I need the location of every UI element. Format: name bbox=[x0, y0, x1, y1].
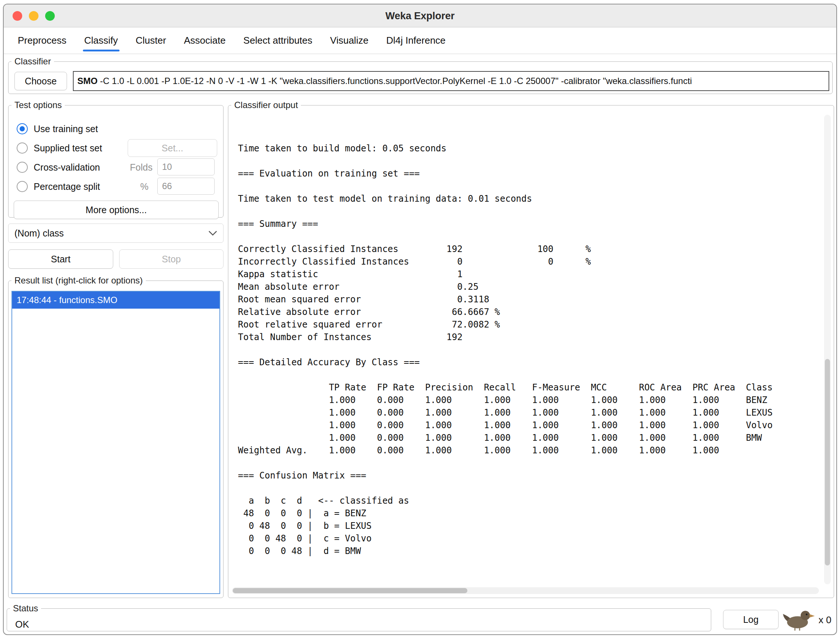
log-button[interactable]: Log bbox=[723, 610, 778, 629]
title-bar: Weka Explorer bbox=[4, 5, 836, 27]
result-listbox[interactable]: 17:48:44 - functions.SMO bbox=[11, 291, 220, 594]
status-group-label: Status bbox=[10, 603, 41, 614]
classifier-output-group-label: Classifier output bbox=[231, 100, 301, 110]
tab-preprocess[interactable]: Preprocess bbox=[9, 27, 76, 54]
folds-input[interactable] bbox=[157, 158, 215, 175]
use-training-set-label: Use training set bbox=[34, 123, 98, 134]
status-text: OK bbox=[15, 619, 29, 630]
vertical-scrollbar bbox=[824, 115, 831, 584]
tab-select-attributes[interactable]: Select attributes bbox=[235, 27, 321, 54]
tab-associate[interactable]: Associate bbox=[175, 27, 235, 54]
classifier-options: -C 1.0 -L 0.001 -P 1.0E-12 -N 0 -V -1 -W… bbox=[98, 76, 692, 86]
use-training-set-row: Use training set bbox=[17, 122, 98, 136]
weka-bird-icon bbox=[782, 608, 816, 631]
tab-cluster[interactable]: Cluster bbox=[127, 27, 175, 54]
chevron-down-icon bbox=[208, 231, 217, 236]
set-test-set-button[interactable]: Set... bbox=[128, 139, 217, 157]
classifier-scheme: SMO bbox=[77, 76, 98, 86]
choose-classifier-button[interactable]: Choose bbox=[14, 72, 67, 90]
percentage-split-radio[interactable] bbox=[17, 181, 28, 192]
start-button[interactable]: Start bbox=[8, 250, 113, 268]
tab-dl4j-inference[interactable]: Dl4j Inference bbox=[377, 27, 455, 54]
classifier-command-field[interactable]: SMO -C 1.0 -L 0.001 -P 1.0E-12 -N 0 -V -… bbox=[73, 71, 829, 91]
classifier-group-label: Classifier bbox=[11, 56, 54, 66]
percentage-split-label: Percentage split bbox=[34, 181, 100, 192]
result-list-group: Result list (right-click for options) 17… bbox=[8, 275, 224, 598]
cross-validation-radio[interactable] bbox=[17, 162, 28, 173]
vertical-scrollbar-thumb[interactable] bbox=[825, 359, 830, 565]
supplied-test-set-row: Supplied test set bbox=[17, 141, 102, 155]
percent-label: % bbox=[140, 181, 148, 192]
horizontal-scrollbar bbox=[232, 587, 819, 594]
stop-button[interactable]: Stop bbox=[119, 250, 224, 268]
tab-visualize[interactable]: Visualize bbox=[321, 27, 377, 54]
result-list-item[interactable]: 17:48:44 - functions.SMO bbox=[12, 292, 219, 309]
horizontal-scrollbar-thumb[interactable] bbox=[233, 588, 467, 593]
class-attribute-combo[interactable]: (Nom) class bbox=[8, 224, 224, 243]
percentage-split-input[interactable] bbox=[157, 178, 215, 195]
test-options-group-label: Test options bbox=[11, 100, 65, 110]
folds-label: Folds bbox=[130, 162, 152, 173]
classifier-group: Classifier Choose SMO -C 1.0 -L 0.001 -P… bbox=[8, 56, 833, 94]
classifier-output-text[interactable]: Time taken to build model: 0.05 seconds … bbox=[232, 115, 821, 583]
weka-explorer-window: Weka Explorer Preprocess Classify Cluste… bbox=[3, 4, 837, 635]
percentage-split-row: Percentage split bbox=[17, 179, 100, 194]
window-title: Weka Explorer bbox=[4, 5, 836, 27]
class-combo-value: (Nom) class bbox=[14, 228, 64, 239]
weka-run-counter: x 0 bbox=[818, 614, 832, 626]
tab-classify[interactable]: Classify bbox=[76, 27, 127, 54]
supplied-test-set-radio[interactable] bbox=[17, 142, 28, 153]
tab-bar: Preprocess Classify Cluster Associate Se… bbox=[4, 27, 836, 54]
use-training-set-radio[interactable] bbox=[17, 123, 28, 134]
cross-validation-label: Cross-validation bbox=[34, 162, 100, 173]
more-options-button[interactable]: More options... bbox=[14, 201, 219, 219]
status-group: Status OK bbox=[7, 603, 711, 631]
cross-validation-row: Cross-validation bbox=[17, 160, 100, 175]
result-list-group-label: Result list (right-click for options) bbox=[11, 275, 146, 286]
test-options-group: Test options Use training set Supplied t… bbox=[8, 100, 224, 218]
supplied-test-set-label: Supplied test set bbox=[34, 143, 102, 153]
classifier-output-group: Classifier output Time taken to build mo… bbox=[228, 100, 834, 598]
